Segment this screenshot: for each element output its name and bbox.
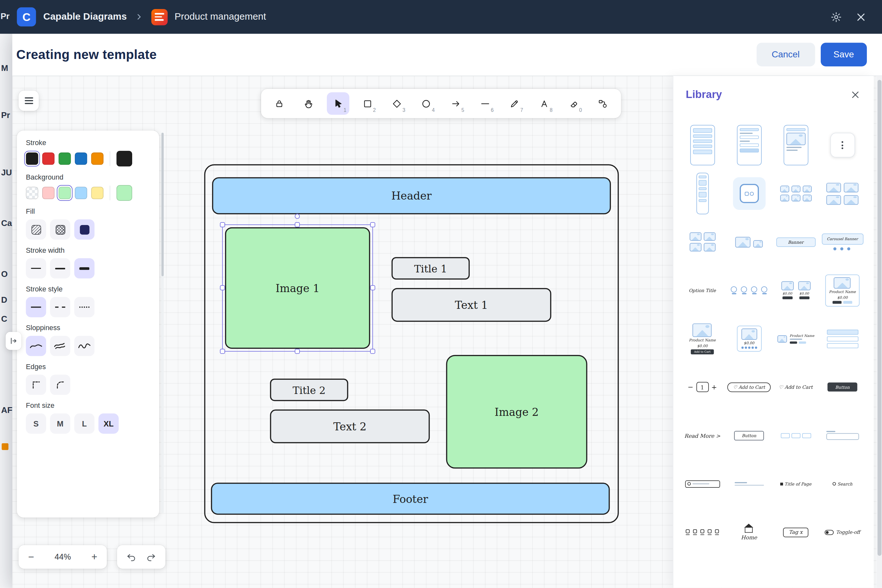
close-icon[interactable] [856, 12, 866, 22]
rotation-handle[interactable] [295, 214, 300, 219]
shape-image-2[interactable]: Image 2 [446, 355, 587, 468]
library-item-read-more[interactable]: Read More > [679, 411, 726, 460]
selection-handle-s[interactable] [295, 349, 300, 354]
diamond-tool[interactable]: 3 [386, 92, 408, 115]
library-item-product-card-lg[interactable]: Product Name$0.00 [819, 266, 866, 314]
background-swatch-transparent[interactable] [26, 187, 38, 199]
selection-handle-sw[interactable] [220, 349, 225, 354]
library-item-banner[interactable]: Banner [772, 218, 819, 266]
library-item-search-text[interactable]: Search [819, 460, 866, 508]
shape-title-1[interactable]: Title 1 [392, 257, 470, 279]
redo-icon[interactable] [146, 552, 156, 562]
library-item-app-icon[interactable] [726, 169, 772, 218]
library-item-stepper[interactable]: −1+ [679, 363, 726, 411]
stroke-width-extrabold-button[interactable] [74, 258, 94, 279]
library-item-tag[interactable]: Tag x [772, 508, 819, 556]
stroke-style-dashed-button[interactable] [50, 297, 70, 317]
brand-logo[interactable]: C [17, 8, 36, 26]
fill-solid-button[interactable] [74, 219, 94, 240]
library-close-icon[interactable] [850, 90, 860, 99]
shape-text-2[interactable]: Text 2 [270, 410, 430, 443]
library-item-phone-strip[interactable] [679, 169, 726, 218]
library-item-phone-detail[interactable] [772, 121, 819, 169]
stroke-style-dotted-button[interactable] [74, 297, 94, 317]
shape-footer[interactable]: Footer [211, 483, 610, 514]
library-item-phone-form[interactable] [726, 121, 772, 169]
sloppiness-architect-button[interactable] [26, 336, 46, 356]
zoom-level[interactable]: 44% [54, 552, 71, 562]
library-item-input-line[interactable] [819, 411, 866, 460]
library-item-menu-card[interactable] [819, 121, 866, 169]
selection-handle-w[interactable] [220, 285, 225, 291]
library-item-product-cards-2[interactable]: $0.00$0.00 [772, 266, 819, 314]
main-menu-button[interactable] [19, 91, 39, 111]
library-item-carousel[interactable]: Carousel Banner● ● ● [819, 218, 866, 266]
library-item-search-field[interactable] [679, 460, 726, 508]
background-swatch-yellow[interactable] [91, 187, 104, 199]
stroke-width-bold-button[interactable] [50, 258, 70, 279]
sloppiness-cartoonist-button[interactable] [74, 336, 94, 356]
library-item-field-label[interactable] [726, 460, 772, 508]
font-size-m-button[interactable]: M [50, 414, 70, 434]
background-swatch-pink[interactable] [42, 187, 54, 199]
breadcrumb-brand[interactable]: Capable Diagrams [43, 11, 127, 22]
font-size-s-button[interactable]: S [26, 414, 46, 434]
breadcrumb-document-title[interactable]: Product management [175, 11, 266, 22]
library-item-title-line[interactable]: Title of Page [772, 460, 819, 508]
selection-tool[interactable]: 1 [327, 92, 349, 115]
save-button[interactable]: Save [820, 43, 867, 66]
library-item-image-rows-4[interactable] [819, 169, 866, 218]
library-item-image-pair[interactable] [726, 218, 772, 266]
lock-tool[interactable] [268, 92, 291, 115]
arrow-tool[interactable]: 5 [444, 92, 467, 115]
library-item-add-to-cart-text[interactable]: ♡ Add to Cart [772, 363, 819, 411]
library-item-mini-table[interactable] [819, 314, 866, 363]
library-item-category-circles[interactable] [726, 266, 772, 314]
font-size-xl-button[interactable]: XL [98, 414, 118, 434]
stroke-swatch-orange[interactable] [91, 153, 104, 165]
library-item-tabs3[interactable] [772, 411, 819, 460]
fill-crosshatch-button[interactable] [50, 219, 70, 240]
window-scrollbar-thumb[interactable] [877, 80, 881, 556]
zoom-out-button[interactable]: − [28, 552, 34, 562]
shapes-tool[interactable] [592, 92, 614, 115]
library-item-image-grid-6[interactable] [772, 169, 819, 218]
sidebar-expand-tab[interactable] [6, 332, 21, 350]
hand-tool[interactable] [297, 92, 320, 115]
edges-sharp-button[interactable] [26, 375, 46, 395]
selection-handle-ne[interactable] [370, 222, 375, 227]
draw-tool[interactable]: 7 [504, 92, 526, 115]
background-swatch-blue[interactable] [75, 187, 87, 199]
settings-gear-icon[interactable] [830, 11, 842, 23]
line-tool[interactable]: 6 [474, 92, 496, 115]
stroke-width-thin-button[interactable] [26, 258, 46, 279]
library-item-button-dark[interactable]: Button [819, 363, 866, 411]
stroke-swatch-black[interactable] [26, 153, 38, 165]
eraser-tool[interactable]: 0 [562, 92, 585, 115]
shape-header[interactable]: Header [212, 177, 611, 214]
library-item-phone-list[interactable] [679, 121, 726, 169]
library-item-option-title[interactable]: Option Title [679, 266, 726, 314]
rectangle-tool[interactable]: 2 [356, 92, 379, 115]
font-size-l-button[interactable]: L [74, 414, 94, 434]
selection-handle-nw[interactable] [220, 222, 225, 227]
edges-round-button[interactable] [50, 375, 70, 395]
stroke-swatch-red[interactable] [42, 153, 54, 165]
text-tool[interactable]: 8 [533, 92, 555, 115]
background-current-color[interactable] [116, 185, 132, 201]
panel-scrollbar-thumb[interactable] [162, 133, 164, 276]
library-item-product-card-stars[interactable]: $0.00 [726, 314, 772, 363]
selection-box[interactable] [222, 224, 373, 351]
ellipse-tool[interactable]: 4 [415, 92, 438, 115]
fill-hachure-button[interactable] [26, 219, 46, 240]
library-item-button-outline[interactable]: Button [726, 411, 772, 460]
selection-handle-e[interactable] [370, 285, 375, 291]
selection-handle-n[interactable] [295, 222, 300, 227]
cancel-button[interactable]: Cancel [757, 43, 815, 66]
sloppiness-artist-button[interactable] [50, 336, 70, 356]
stroke-style-solid-button[interactable] [26, 297, 46, 317]
library-item-product-row[interactable]: Product Name [772, 314, 819, 363]
library-item-image-grid-4[interactable] [679, 218, 726, 266]
zoom-in-button[interactable]: + [92, 552, 98, 562]
stroke-current-color[interactable] [116, 151, 132, 166]
